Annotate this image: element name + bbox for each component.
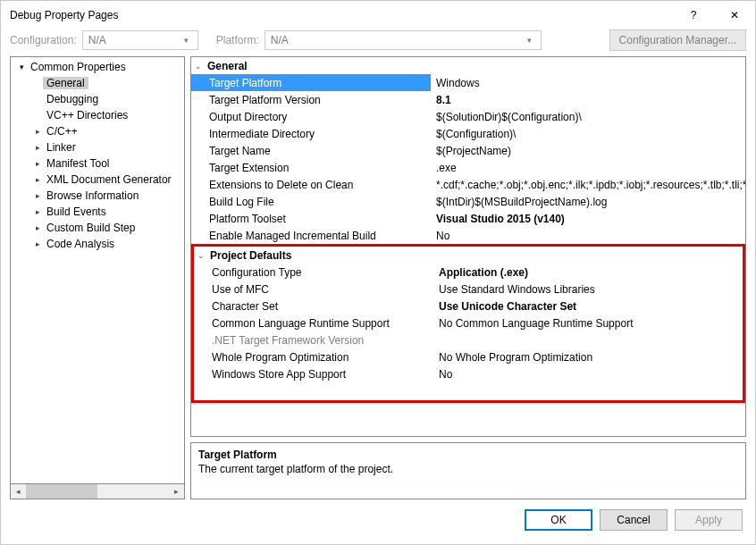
property-value[interactable]: $(SolutionDir)$(Configuration)\ xyxy=(431,108,745,125)
tree-item[interactable]: ▸Custom Build Step xyxy=(13,220,184,236)
property-row[interactable]: Whole Program OptimizationNo Whole Progr… xyxy=(194,348,743,365)
chevron-down-icon: ▾ xyxy=(523,36,537,45)
close-button[interactable]: ✕ xyxy=(714,1,755,29)
tree-item[interactable]: ▸Code Analysis xyxy=(13,236,184,252)
property-value[interactable]: $(ProjectName) xyxy=(431,142,745,159)
property-value[interactable]: Use Standard Windows Libraries xyxy=(433,281,743,298)
expander-closed-icon[interactable]: ▸ xyxy=(32,143,43,152)
tree-item-label: Build Events xyxy=(43,205,110,218)
tree-horizontal-scrollbar[interactable]: ◂ ▸ xyxy=(10,484,185,499)
property-row[interactable]: Target PlatformWindows xyxy=(191,74,745,91)
description-title: Target Platform xyxy=(198,449,738,461)
help-button[interactable]: ? xyxy=(673,1,714,29)
property-value[interactable]: .exe xyxy=(431,159,745,176)
property-panel: ⌄ General Target PlatformWindowsTarget P… xyxy=(190,56,746,499)
group-defaults-title: Project Defaults xyxy=(210,249,291,262)
expander-closed-icon[interactable]: ▸ xyxy=(32,207,43,216)
expander-closed-icon[interactable]: ▸ xyxy=(32,159,43,168)
scroll-right-icon[interactable]: ▸ xyxy=(169,487,184,496)
property-value[interactable]: No xyxy=(431,227,745,244)
property-name: Target Name xyxy=(191,142,431,159)
group-expander-icon[interactable]: ⌄ xyxy=(197,251,206,260)
property-row[interactable]: Character SetUse Unicode Character Set xyxy=(194,298,743,314)
group-expander-icon[interactable]: ⌄ xyxy=(195,62,204,71)
tree-item-label: Debugging xyxy=(43,93,102,105)
property-row[interactable]: Platform ToolsetVisual Studio 2015 (v140… xyxy=(191,210,745,227)
apply-button[interactable]: Apply xyxy=(675,509,743,531)
expander-open-icon[interactable]: ▾ xyxy=(16,63,27,71)
tree-item[interactable]: ▸VC++ Directories xyxy=(13,107,184,123)
property-row[interactable]: Configuration TypeApplication (.exe) xyxy=(194,264,743,281)
property-row[interactable]: Output Directory$(SolutionDir)$(Configur… xyxy=(191,108,745,125)
configuration-value: N/A xyxy=(88,34,180,46)
tree-root-label: Common Properties xyxy=(27,61,130,73)
property-name: Target Platform Version xyxy=(191,91,431,108)
property-value[interactable] xyxy=(433,331,743,348)
tree-item-label: Code Analysis xyxy=(43,238,118,250)
title-bar: Debug Property Pages ? ✕ xyxy=(1,1,755,29)
property-grid[interactable]: ⌄ General Target PlatformWindowsTarget P… xyxy=(190,56,746,437)
tree-item[interactable]: ▸Browse Information xyxy=(13,188,184,204)
property-name: Build Log File xyxy=(191,193,431,210)
question-icon: ? xyxy=(691,9,697,21)
property-name: Use of MFC xyxy=(194,281,433,298)
property-row[interactable]: Target Platform Version8.1 xyxy=(191,91,745,108)
tree-item[interactable]: ▸Linker xyxy=(13,139,184,155)
scrollbar-track[interactable] xyxy=(26,484,169,499)
property-row[interactable]: Build Log File$(IntDir)$(MSBuildProjectN… xyxy=(191,193,745,210)
property-value[interactable]: $(Configuration)\ xyxy=(431,125,745,142)
tree-item[interactable]: ▸C/C++ xyxy=(13,123,184,139)
expander-closed-icon[interactable]: ▸ xyxy=(32,191,43,200)
property-name: Intermediate Directory xyxy=(191,125,431,142)
config-toolbar: Configuration: N/A ▾ Platform: N/A ▾ Con… xyxy=(1,29,755,56)
property-row[interactable]: Windows Store App SupportNo xyxy=(194,365,743,382)
tree-item[interactable]: ▸Build Events xyxy=(13,204,184,220)
property-value[interactable]: Application (.exe) xyxy=(433,264,743,281)
tree-item-label: VC++ Directories xyxy=(43,109,131,122)
group-general[interactable]: ⌄ General xyxy=(191,57,745,74)
property-value[interactable]: No Whole Program Optimization xyxy=(433,348,743,365)
property-row[interactable]: Extensions to Delete on Clean*.cdf;*.cac… xyxy=(191,176,745,193)
platform-value: N/A xyxy=(271,34,523,46)
configuration-manager-button[interactable]: Configuration Manager... xyxy=(609,29,746,51)
property-row[interactable]: .NET Target Framework Version xyxy=(194,331,743,348)
property-name: .NET Target Framework Version xyxy=(194,331,433,348)
property-value[interactable]: Use Unicode Character Set xyxy=(433,298,743,314)
tree-item-label: C/C++ xyxy=(43,125,81,138)
tree-item-label: Manifest Tool xyxy=(43,157,113,170)
property-row[interactable]: Target Name$(ProjectName) xyxy=(191,142,745,159)
property-value[interactable]: $(IntDir)$(MSBuildProjectName).log xyxy=(431,193,745,210)
expander-closed-icon[interactable]: ▸ xyxy=(32,175,43,184)
property-value[interactable]: 8.1 xyxy=(431,91,745,108)
property-value[interactable]: No xyxy=(433,365,743,382)
property-row[interactable]: Intermediate Directory$(Configuration)\ xyxy=(191,125,745,142)
tree-item[interactable]: ▸Manifest Tool xyxy=(13,155,184,172)
property-name: Enable Managed Incremental Build xyxy=(191,227,431,244)
scroll-left-icon[interactable]: ◂ xyxy=(11,487,26,496)
property-row[interactable]: Common Language Runtime SupportNo Common… xyxy=(194,314,743,331)
property-row[interactable]: Enable Managed Incremental BuildNo xyxy=(191,227,745,244)
group-general-title: General xyxy=(207,60,248,72)
platform-combo[interactable]: N/A ▾ xyxy=(265,30,542,50)
cancel-button[interactable]: Cancel xyxy=(600,509,668,531)
nav-tree[interactable]: ▾ Common Properties ▸General▸Debugging▸V… xyxy=(10,56,185,484)
expander-closed-icon[interactable]: ▸ xyxy=(32,223,43,232)
group-project-defaults[interactable]: ⌄ Project Defaults xyxy=(194,247,743,264)
property-value[interactable]: Visual Studio 2015 (v140) xyxy=(431,210,745,227)
ok-button[interactable]: OK xyxy=(525,509,592,531)
scrollbar-thumb[interactable] xyxy=(26,484,97,499)
property-value[interactable]: No Common Language Runtime Support xyxy=(433,314,743,331)
tree-item-label: General xyxy=(43,77,88,89)
property-row[interactable]: Use of MFCUse Standard Windows Libraries xyxy=(194,281,743,298)
property-row[interactable]: Target Extension.exe xyxy=(191,159,745,176)
tree-item[interactable]: ▸General xyxy=(13,75,184,91)
expander-closed-icon[interactable]: ▸ xyxy=(32,127,43,136)
expander-closed-icon[interactable]: ▸ xyxy=(32,239,43,248)
tree-item[interactable]: ▸XML Document Generator xyxy=(13,172,184,188)
tree-item[interactable]: ▸Debugging xyxy=(13,91,184,107)
property-value[interactable]: Windows xyxy=(431,74,745,91)
tree-root[interactable]: ▾ Common Properties xyxy=(13,59,184,75)
configuration-combo[interactable]: N/A ▾ xyxy=(82,30,198,50)
property-value[interactable]: *.cdf;*.cache;*.obj;*.obj.enc;*.ilk;*.ip… xyxy=(431,176,745,193)
tree-panel: ▾ Common Properties ▸General▸Debugging▸V… xyxy=(10,56,185,499)
